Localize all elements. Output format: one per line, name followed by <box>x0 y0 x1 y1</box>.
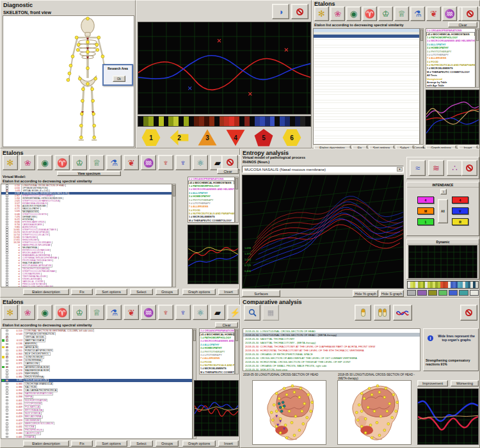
stop-button[interactable] <box>461 6 478 21</box>
toolbar-button[interactable]: ♒ <box>141 155 156 170</box>
scrollbar[interactable] <box>476 28 479 88</box>
list-row[interactable] <box>314 35 419 38</box>
palette-button[interactable] <box>438 290 447 296</box>
hide-s-graph-button[interactable]: Hide S-graph <box>380 290 404 297</box>
fix-button[interactable]: Fix <box>71 440 93 447</box>
calendar-button[interactable]: ▦ <box>262 305 279 321</box>
toolbar-button[interactable]: ✻ <box>3 305 18 320</box>
toolbar-button[interactable]: ♈ <box>362 6 377 21</box>
chart-button[interactable]: ≋ <box>428 160 444 176</box>
level-icon[interactable]: 3 <box>198 129 217 147</box>
palette-button[interactable] <box>428 290 437 296</box>
toolbar-button[interactable]: ♒ <box>141 305 156 320</box>
intensity-button[interactable]: 4 <box>417 196 434 204</box>
category-item[interactable]: with Age Table <box>426 84 475 87</box>
session-record-list[interactable]: 2018-05-30 LONGITUDINAL CROSS-SECTION OF… <box>243 328 420 371</box>
scrollbar[interactable] <box>235 177 239 223</box>
entropy-spectrum-bar[interactable] <box>407 281 479 289</box>
toolbar-button[interactable]: ♆ <box>158 155 173 170</box>
palette-button[interactable] <box>449 290 458 296</box>
improvement-button[interactable]: Improvement <box>417 380 448 387</box>
category-item[interactable]: M # THERAPEUTIC COSMETOLOGY <box>188 219 234 222</box>
toolbar-button[interactable]: ♕ <box>89 305 104 320</box>
sort-options-button[interactable]: Sort options <box>95 440 127 447</box>
mode-button[interactable]: ◑ <box>272 4 289 19</box>
toolbar-button[interactable]: ⚛ <box>193 155 208 170</box>
graph-options-button[interactable]: Graph options <box>182 440 216 447</box>
category-item[interactable]: 1 # PATHOMORPHOLOGY <box>200 336 234 339</box>
compare-graphs-button[interactable] <box>393 305 412 321</box>
etalon-description-button[interactable]: Etalon description <box>23 440 69 447</box>
category-item[interactable]: #5 # BIOCHEMICAL HOMEOSTASIS <box>188 180 234 184</box>
category-list[interactable]: 3 # ORGANOPREPARATIONS #5 # BIOCHEMICAL … <box>188 177 235 223</box>
hide-pct-graph-button[interactable]: Hide %-graph <box>353 290 378 297</box>
etalon-description-button[interactable]: Etalon description <box>23 289 69 295</box>
toolbar-button[interactable]: ◉ <box>37 305 52 320</box>
category-item[interactable]: 5 # NUTRICEUTICALS AND PARAPHARMACEUTICA… <box>188 212 234 215</box>
category-item[interactable]: 5 # NUTRICEUTICALS AND PARAPHARMACEUTICA… <box>200 364 234 367</box>
head-image-after[interactable] <box>337 380 412 445</box>
scrollbar[interactable] <box>420 28 424 145</box>
toolbar-button[interactable]: ◉ <box>37 155 52 170</box>
etalon-list[interactable]: 0.156 LONGITUDINAL CROSS-SECTION OF HEAD… <box>1 184 172 287</box>
category-list[interactable]: 3 # ORGANOPREPARATIONS #5 # BIOCHEMICAL … <box>426 28 476 88</box>
invert-button[interactable]: Invert <box>218 289 239 295</box>
category-item[interactable]: All Tests <box>200 374 234 374</box>
toolbar-button[interactable]: ♆ <box>175 305 191 320</box>
select-button[interactable]: Select <box>130 440 153 447</box>
organ-combobox[interactable]: MUCOSA NASALIS (Nasal mucous membrane) ▼ <box>242 166 404 173</box>
chart-button[interactable]: ∴ <box>447 160 463 176</box>
level-icon[interactable]: 5 <box>254 129 273 147</box>
category-item[interactable]: All Tests <box>188 222 234 223</box>
toolbar-button[interactable]: ⚗ <box>106 305 122 320</box>
toolbar-button[interactable]: ♔ <box>72 155 87 170</box>
chart-button[interactable]: ≈ <box>410 160 426 176</box>
etalon-row[interactable]: 0.445 IGNATIA <box>1 435 192 438</box>
toolbar-button[interactable]: ❦ <box>426 6 441 21</box>
toolbar-button[interactable]: ❦ <box>124 155 139 170</box>
toolbar-button[interactable]: ◉ <box>346 6 361 21</box>
record-row[interactable]: 2018-05-30 SKELETON, front view <box>243 367 420 371</box>
toolbar-button[interactable]: ♔ <box>72 305 87 320</box>
head-image-before[interactable] <box>252 380 326 445</box>
view-spectrum-label[interactable]: View spectrum <box>57 171 121 176</box>
toolbar-button[interactable]: ✻ <box>314 6 329 21</box>
toolbar-button[interactable]: ♕ <box>394 6 409 21</box>
worsening-button[interactable]: Worsening <box>451 380 479 387</box>
all-levels-button[interactable]: All <box>438 199 448 223</box>
ok-button[interactable]: Ok <box>113 76 125 82</box>
intensity-button[interactable]: V <box>452 207 468 214</box>
category-item[interactable]: 3 # MICROORGANISMS AND HELMINTHS <box>188 188 234 191</box>
category-item[interactable]: 3 # MICROORGANISMS AND HELMINTHS <box>426 39 475 42</box>
search-button[interactable] <box>244 305 260 321</box>
stop-button[interactable] <box>461 160 477 176</box>
toolbar-button[interactable]: ♆ <box>158 305 173 320</box>
toolbar-button[interactable]: ♔ <box>378 6 393 21</box>
level-icon[interactable]: 2 <box>170 129 189 147</box>
category-item[interactable]: 3 # MICROORGANISMS AND HELMINTHS <box>200 339 234 342</box>
double-remedy-button[interactable] <box>374 305 390 321</box>
intensity-button[interactable]: 4 <box>452 196 468 204</box>
toolbar-button[interactable]: ♈ <box>54 155 70 170</box>
intensity-button[interactable]: 1 <box>417 218 434 225</box>
skeleton-image[interactable]: Research Area Ok <box>3 15 134 147</box>
toolbar-button[interactable]: ♒ <box>442 6 457 21</box>
palette-button[interactable] <box>407 290 416 296</box>
fix-button[interactable]: Fix <box>71 289 93 295</box>
toolbar-button[interactable]: ❀ <box>20 305 35 320</box>
scrollbar[interactable] <box>172 184 176 287</box>
groups-button[interactable]: Groups <box>156 440 179 447</box>
intensity-button[interactable]: R <box>452 218 468 225</box>
sort-options-button[interactable]: Sort options <box>95 289 127 295</box>
clear-button[interactable]: Clear <box>448 22 477 28</box>
category-list[interactable]: 3 # ORGANOPREPARATIONS #5 # BIOCHEMICAL … <box>199 328 235 374</box>
toolbar-button[interactable]: ⚗ <box>106 155 122 170</box>
scrollbar[interactable] <box>235 328 239 374</box>
palette-button[interactable] <box>417 290 426 296</box>
palette-button[interactable] <box>470 290 479 296</box>
checkbox[interactable]: ✗ <box>6 336 9 339</box>
level-icon[interactable]: 1 <box>141 129 161 147</box>
invert-button[interactable]: Invert <box>218 440 239 447</box>
toolbar-button[interactable]: ❦ <box>124 305 139 320</box>
etalon-list[interactable]: 0.153 CORONAL SECTION IN VERTEBRAL COLUM… <box>1 328 193 439</box>
